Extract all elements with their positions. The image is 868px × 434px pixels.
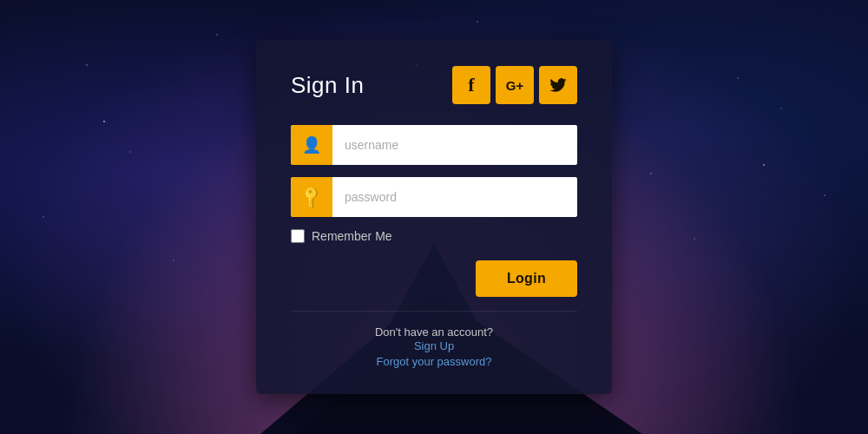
username-input[interactable] — [332, 125, 577, 165]
login-card: Sign In f G+ 👤 — [256, 40, 612, 394]
googleplus-icon: G+ — [506, 78, 523, 93]
user-icon: 👤 — [291, 125, 332, 165]
login-button[interactable]: Login — [476, 260, 577, 297]
card-wrapper: Sign In f G+ 👤 — [256, 40, 612, 394]
remember-me-label[interactable]: Remember Me — [312, 229, 392, 243]
twitter-bird-icon — [549, 78, 567, 92]
googleplus-button[interactable]: G+ — [496, 66, 534, 104]
twitter-button[interactable] — [539, 66, 577, 104]
no-account-text: Don't have an account? — [375, 326, 493, 339]
key-icon: 🔑 — [298, 183, 325, 210]
card-header: Sign In f G+ — [291, 66, 577, 104]
forgot-password-link[interactable]: Forgot your password? — [291, 355, 577, 368]
remember-me-checkbox[interactable] — [291, 229, 305, 243]
facebook-icon: f — [468, 74, 474, 96]
password-input-group: 🔑 — [291, 177, 577, 217]
login-row: Login — [291, 260, 577, 297]
no-account-row: Don't have an account? Sign Up — [291, 326, 577, 352]
password-input[interactable] — [332, 177, 577, 217]
social-buttons: f G+ — [452, 66, 577, 104]
key-icon-container: 🔑 — [291, 177, 332, 217]
facebook-button[interactable]: f — [452, 66, 490, 104]
sign-in-title: Sign In — [291, 72, 364, 99]
username-input-group: 👤 — [291, 125, 577, 165]
footer-links: Don't have an account? Sign Up Forgot yo… — [291, 311, 577, 368]
signup-link[interactable]: Sign Up — [291, 339, 577, 352]
remember-me-row: Remember Me — [291, 229, 577, 243]
